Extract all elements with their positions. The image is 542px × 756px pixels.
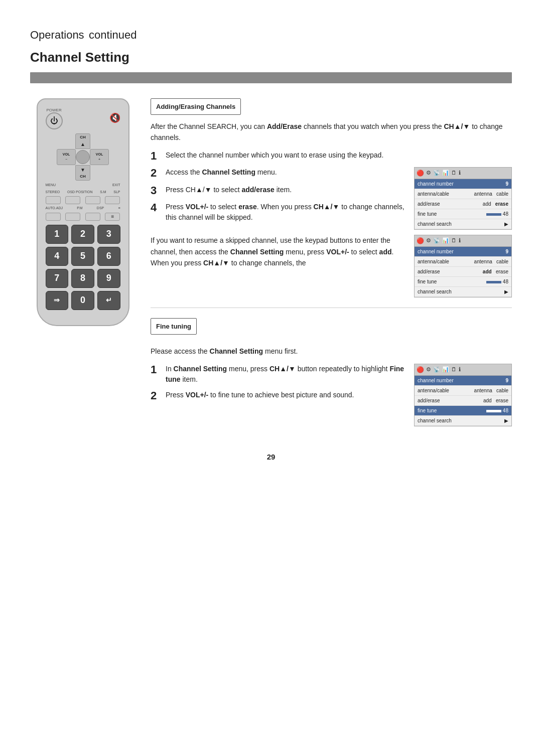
key-1[interactable]: 1 [46,225,69,244]
remote-control: POWER ⏻ 🔇 CH ▲ VOL − VOL [37,98,129,326]
stereo-slp-labels: STEREO OSD POSITION S.M SLP [46,190,120,195]
vol-plus-button[interactable]: VOL + [90,149,109,165]
step-4-num: 4 [151,202,162,214]
stereo-button[interactable] [46,196,61,204]
menu-icon-4: 📊 [442,169,449,178]
menu-row-finetune-3: fine tune 48 [415,406,511,416]
main-content: POWER ⏻ 🔇 CH ▲ VOL − VOL [30,98,512,431]
osd-button[interactable] [65,196,80,204]
fine-step-2-num: 2 [151,390,162,402]
ch-down-button[interactable]: ▼ CH [75,165,90,181]
intro-paragraph: After the Channel SEARCH, you can Add/Er… [151,121,512,143]
menu-icons-3: 🔴 ⚙ 📡 📊 🗒 ℹ [415,364,511,376]
power-button[interactable]: ⏻ [46,112,63,129]
keypad: 1 2 3 4 5 6 7 8 9 ⇒ 0 ↵ [46,225,120,310]
menu-panel-1: 🔴 ⚙ 📡 📊 🗒 ℹ channel number 9 antenna/cab… [414,167,512,230]
key-7[interactable]: 7 [46,269,69,288]
menu-icon-4c: 📊 [442,365,449,374]
menu-icon-6c: ℹ [459,365,461,374]
step-1-num: 1 [151,150,162,162]
step-2-text: Access the Channel Setting menu. [166,167,406,178]
menu-icon-active-3: 🔴 [417,365,424,374]
menu-icon-3: 📡 [433,169,440,178]
menu-icon-2c: ⚙ [426,365,431,374]
adding-erasing-title: Adding/Erasing Channels [156,103,235,110]
step-3: 3 Press CH▲/▼ to select add/erase item. [151,185,406,197]
menu-row-adderase-2: add/erase add erase [415,267,511,277]
step-3-num: 3 [151,185,162,197]
skip-para-text: If you want to resume a skipped channel,… [151,235,406,275]
step-3-text: Press CH▲/▼ to select add/erase item. [166,185,406,195]
menu-row-finetune-1: fine tune 48 [415,209,511,219]
menu-row-adderase-1: add/erase add erase [415,199,511,209]
fine-tuning-section: Fine tuning Please access the Channel Se… [151,318,512,426]
step-4-text: Press VOL+/- to select erase. When you p… [166,202,406,223]
fine-step-2: 2 Press VOL+/- to fine tune to achieve b… [151,390,406,402]
fine-step-1-text: In Channel Setting menu, press CH▲/▼ but… [166,364,406,385]
slp-button[interactable] [105,196,120,204]
menu-icon-2: ⚙ [426,169,431,178]
page-title: Operations continued Channel Setting [30,20,512,67]
vol-minus-button[interactable]: VOL − [57,149,76,165]
mute-icon: 🔇 [109,111,120,125]
key-2[interactable]: 2 [71,225,94,244]
subtitle-text: continued [89,29,137,41]
menu-row-chsearch-2: channel search ▶ [415,287,511,297]
function-buttons-row2: ≡ [46,213,120,221]
menu-icons-1: 🔴 ⚙ 📡 📊 🗒 ℹ [415,168,511,179]
adding-erasing-box: Adding/Erasing Channels [151,98,241,115]
section-title: Channel Setting [30,48,512,67]
menu-row-adderase-3: add/erase add erase [415,396,511,406]
menu-icon-active-2: 🔴 [417,236,424,245]
ch-up-button[interactable]: CH ▲ [75,133,90,149]
key-4[interactable]: 4 [46,247,69,266]
nav-cluster: CH ▲ VOL − VOL + ▼ CH [46,133,120,181]
autoadj-button[interactable] [46,213,61,221]
title-text: Operations [30,29,84,41]
menu-row-antenna-3: antenna/cable antenna cable [415,386,511,396]
key-prev[interactable]: ⇒ [46,291,69,310]
menu-icons-2: 🔴 ⚙ 📡 📊 🗒 ℹ [415,235,511,247]
fine-step-1-left: 1 In Channel Setting menu, press CH▲/▼ b… [151,364,406,407]
key-9[interactable]: 9 [97,269,120,288]
step-2: 2 Access the Channel Setting menu. [151,167,406,179]
fine-tuning-title: Fine tuning [156,323,191,330]
key-5[interactable]: 5 [71,247,94,266]
key-enter[interactable]: ↵ [97,291,120,310]
dsp-button[interactable] [85,213,100,221]
step-4: 4 Press VOL+/- to select erase. When you… [151,202,406,223]
input-button[interactable]: ≡ [105,213,120,221]
menu-panel-3: 🔴 ⚙ 📡 📊 🗒 ℹ channel number 9 antenna/cab… [414,364,512,426]
menu-icon-3b: 📡 [433,236,440,245]
key-8[interactable]: 8 [71,269,94,288]
step-2-num: 2 [151,167,162,179]
power-label: POWER [47,107,62,113]
skip-paragraph: If you want to resume a skipped channel,… [151,235,406,268]
menu-row-antenna-2: antenna/cable antenna cable [415,257,511,267]
step-1-text: Select the channel number which you want… [166,150,512,161]
menu-row-antenna: antenna/cable antenna cable [415,189,511,199]
section-divider [151,308,512,308]
menu-icon-6: ℹ [459,169,461,178]
key-3[interactable]: 3 [97,225,120,244]
menu-panel-2: 🔴 ⚙ 📡 📊 🗒 ℹ channel number 9 antenna/cab… [414,235,512,297]
fine-tuning-intro: Please access the Channel Setting menu f… [151,346,512,357]
fine-tuning-box: Fine tuning [151,318,197,335]
remote-wrapper: POWER ⏻ 🔇 CH ▲ VOL − VOL [30,98,136,431]
menu-row-ch-number: channel number 9 [415,179,511,189]
sm-button[interactable] [85,196,100,204]
key-0[interactable]: 0 [71,291,94,310]
page-number: 29 [30,451,512,463]
menu-icon-4b: 📊 [442,236,449,245]
fine-step-1-container: 1 In Channel Setting menu, press CH▲/▼ b… [151,364,512,426]
menu-exit-labels: MENU EXIT [46,183,120,188]
menu-icon-6b: ℹ [459,236,461,245]
skip-paragraph-container: If you want to resume a skipped channel,… [151,235,512,297]
key-6[interactable]: 6 [97,247,120,266]
pm-button[interactable] [65,213,80,221]
menu-icon-5c: 🗒 [451,365,457,374]
nav-center-button[interactable] [76,150,90,164]
menu-row-ch-number-2: channel number 9 [415,247,511,257]
fine-step-2-text: Press VOL+/- to fine tune to achieve bes… [166,390,406,400]
step-2-container: 2 Access the Channel Setting menu. 3 Pre… [151,167,512,230]
